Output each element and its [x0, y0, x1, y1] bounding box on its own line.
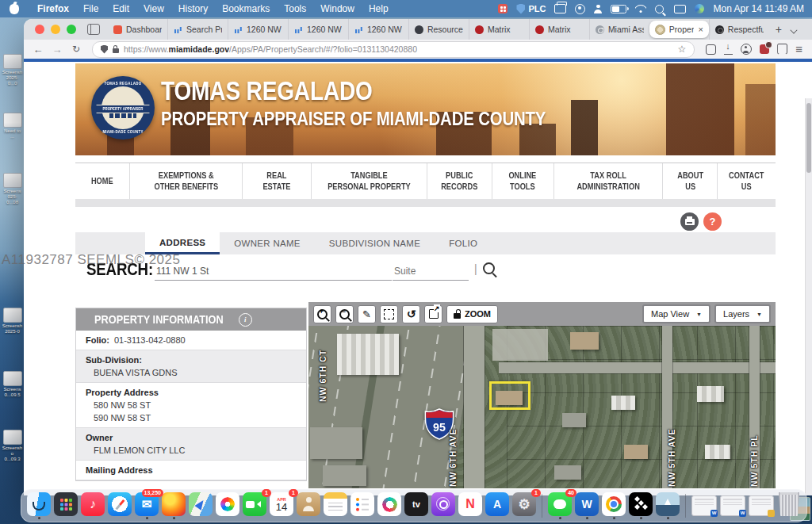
nav-online-tools[interactable]: ONLINE TOOLS	[492, 163, 553, 199]
new-tab-button[interactable]	[769, 23, 788, 36]
pocket-icon[interactable]	[777, 44, 787, 55]
aerial-map[interactable]: 95 NW 6TH CT NW 6TH AVE NW 5TH AVE NW 5T…	[308, 326, 776, 488]
info-icon[interactable]: i	[239, 313, 252, 327]
dock-appstore[interactable]: A	[485, 492, 509, 519]
dock-launchpad[interactable]	[54, 492, 78, 519]
nav-exemptions[interactable]: EXEMPTIONS & OTHER BENEFITS	[129, 163, 242, 199]
zoom-lock-button[interactable]: ZOOM	[446, 305, 498, 323]
downloads-icon[interactable]	[724, 44, 733, 55]
tab-matrix-2[interactable]: Matrix	[529, 19, 589, 40]
dock-podcasts[interactable]	[431, 492, 455, 519]
dock-minimized-window-2[interactable]: W	[720, 492, 745, 519]
account-icon[interactable]	[741, 44, 752, 55]
nav-real-estate[interactable]: REAL ESTATE	[242, 163, 310, 199]
save-shortcut-icon[interactable]	[706, 44, 716, 55]
help-button[interactable]: ?	[703, 212, 722, 231]
url-text[interactable]: https://www.miamidade.gov/Apps/PA/Proper…	[124, 44, 672, 54]
zoom-out-button[interactable]	[335, 305, 354, 323]
globe-icon[interactable]	[695, 4, 704, 13]
forward-button[interactable]	[49, 41, 65, 57]
hamburger-menu-icon[interactable]	[795, 42, 802, 56]
close-window-button[interactable]	[35, 25, 44, 34]
dock-photos[interactable]	[216, 492, 239, 519]
suite-input[interactable]	[393, 262, 469, 281]
menubar-clock[interactable]: Mon Apr 14 11:49 AM	[713, 3, 804, 14]
menu-view[interactable]: View	[136, 0, 171, 17]
bookmark-star-icon[interactable]	[677, 44, 686, 55]
desktop-file[interactable]: Screens 025-0...08	[2, 173, 23, 205]
battery-icon[interactable]	[611, 5, 626, 13]
tab-owner-name[interactable]: OWNER NAME	[220, 232, 315, 254]
lock-icon[interactable]	[113, 48, 119, 53]
page-scrollbar[interactable]	[805, 98, 812, 495]
dock-music[interactable]	[81, 492, 105, 519]
tab-1260-nw-29th-1[interactable]: 1260 NW 29th S	[228, 19, 288, 40]
close-tab-icon[interactable]: ×	[698, 25, 703, 34]
nav-contact-us[interactable]: CONTACT US	[717, 163, 776, 199]
url-bar[interactable]: https://www.miamidade.gov/Apps/PA/Proper…	[92, 41, 695, 58]
dock-preview[interactable]	[656, 492, 680, 519]
zoom-window-button[interactable]	[67, 25, 76, 34]
tab-address[interactable]: ADDRESS	[145, 232, 220, 254]
menu-firefox[interactable]: Firefox	[30, 0, 76, 17]
select-extent-button[interactable]	[380, 305, 398, 323]
back-button[interactable]	[30, 41, 46, 57]
dock-safari[interactable]	[108, 492, 132, 519]
menu-history[interactable]: History	[171, 0, 215, 17]
dock-messages[interactable]: 40	[548, 492, 572, 519]
menu-help[interactable]: Help	[362, 0, 396, 17]
tab-folio[interactable]: FOLIO	[435, 232, 492, 254]
highlighted-parcel[interactable]	[489, 381, 530, 410]
shield-vpn-icon[interactable]	[516, 4, 525, 14]
tab-property-search-active[interactable]: Property Sea×	[649, 21, 709, 38]
windows-copy-icon[interactable]	[554, 4, 566, 13]
dock-word[interactable]: W	[575, 492, 599, 519]
desktop-file[interactable]: Screensh 2025-0	[2, 308, 23, 335]
display-icon[interactable]	[674, 5, 686, 13]
dock-trash[interactable]	[777, 492, 801, 519]
apple-menu-icon[interactable]	[10, 4, 19, 14]
dock-fitness[interactable]	[377, 492, 401, 519]
menu-bookmarks[interactable]: Bookmarks	[215, 0, 277, 17]
dock-settings[interactable]: 1	[512, 492, 536, 519]
menu-tools[interactable]: Tools	[277, 0, 313, 17]
tab-dashboard[interactable]: Dashboard - Fo	[108, 19, 167, 40]
minimize-window-button[interactable]	[51, 25, 60, 34]
menu-file[interactable]: File	[76, 0, 105, 17]
tab-resource-panels[interactable]: Resource Panels	[408, 19, 469, 40]
tab-subdivision-name[interactable]: SUBDIVISION NAME	[315, 232, 435, 254]
record-icon[interactable]	[575, 4, 585, 14]
grid-app-icon[interactable]	[498, 4, 508, 13]
search-icon[interactable]	[655, 5, 664, 13]
sidebar-toggle-icon[interactable]	[87, 24, 100, 35]
tab-respectful[interactable]: Respectful con	[709, 19, 769, 40]
measure-button[interactable]	[358, 305, 376, 323]
nav-home[interactable]: HOME	[75, 163, 129, 199]
search-submit-icon[interactable]	[483, 262, 495, 274]
dock-minimized-window-3[interactable]	[749, 492, 774, 519]
desktop-file[interactable]: Screensho 0...09.3	[2, 430, 23, 462]
export-button[interactable]	[424, 305, 442, 323]
dock-reminders[interactable]	[350, 492, 374, 519]
refresh-button[interactable]	[402, 305, 420, 323]
tab-1260-nw-29th-3[interactable]: 1260 NW 29th S	[348, 19, 408, 40]
dock-tidal[interactable]	[629, 492, 653, 519]
nav-about-us[interactable]: ABOUT US	[662, 163, 717, 199]
zoom-in-button[interactable]	[313, 305, 331, 323]
dock-finder[interactable]	[27, 492, 51, 519]
desktop-file[interactable]: Need to ...	[2, 113, 23, 140]
address-search-input[interactable]	[155, 262, 392, 281]
tab-matrix-1[interactable]: Matrix	[469, 19, 529, 40]
menu-window[interactable]: Window	[313, 0, 362, 17]
dock-contacts[interactable]	[297, 492, 320, 519]
dock-news[interactable]: N	[458, 492, 482, 519]
tab-search-properties[interactable]: Search Properti	[167, 19, 228, 40]
menu-edit[interactable]: Edit	[105, 0, 136, 17]
layers-dropdown[interactable]: Layers	[714, 304, 771, 323]
reload-button[interactable]	[68, 41, 84, 57]
tab-miami-association[interactable]: Miami Associati	[589, 19, 649, 40]
map-view-dropdown[interactable]: Map View	[642, 304, 710, 323]
dock-chrome[interactable]	[602, 492, 626, 519]
print-button[interactable]	[680, 212, 699, 231]
desktop-file[interactable]: Screensh 2025-0...0	[2, 54, 23, 86]
